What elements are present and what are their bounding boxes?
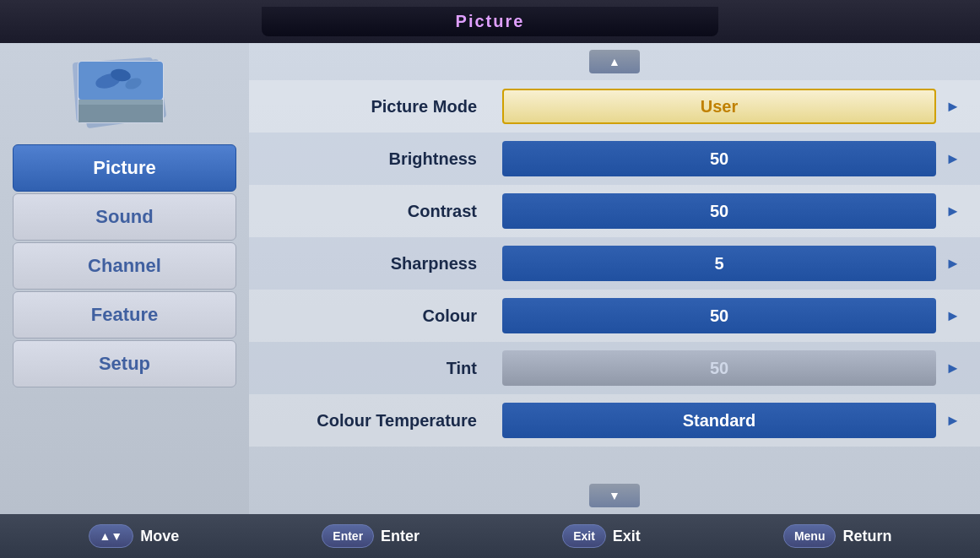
menu-button[interactable]: Menu xyxy=(783,524,837,548)
arrow-right-brightness[interactable]: ► xyxy=(943,149,963,169)
setting-label-brightness: Brightness xyxy=(266,149,502,169)
setting-label-colour-temperature: Colour Temperature xyxy=(266,411,502,431)
setting-value-container-picture-mode: User ► xyxy=(502,89,963,124)
setting-value-container-sharpness: 5 ► xyxy=(502,246,963,281)
setting-row-colour-temperature: Colour Temperature Standard ► xyxy=(249,394,980,447)
sidebar-item-sound[interactable]: Sound xyxy=(13,193,236,241)
arrow-right-sharpness[interactable]: ► xyxy=(943,253,963,274)
bottom-item-move: ▲▼ Move xyxy=(89,524,180,548)
setting-label-contrast: Contrast xyxy=(266,202,502,221)
setting-row-sharpness: Sharpness 5 ► xyxy=(249,237,980,290)
setting-row-colour: Colour 50 ► xyxy=(249,290,980,342)
arrow-right-colour-temperature[interactable]: ► xyxy=(943,410,963,431)
return-label: Return xyxy=(842,528,891,545)
setting-value-colour: 50 xyxy=(502,298,936,333)
setting-row-contrast: Contrast 50 ► xyxy=(249,185,980,237)
setting-row-picture-mode: Picture Mode User ► xyxy=(249,80,980,133)
exit-label: Exit xyxy=(613,528,641,545)
setting-row-brightness: Brightness 50 ► xyxy=(249,133,980,185)
sidebar-item-feature[interactable]: Feature xyxy=(13,291,236,339)
arrow-right-contrast[interactable]: ► xyxy=(943,201,963,221)
arrow-right-colour[interactable]: ► xyxy=(943,306,963,326)
sidebar: Picture Sound Channel Feature Setup xyxy=(0,43,249,514)
main-container: Picture Sound Channel Feature Setup ▲ xyxy=(0,43,980,514)
setting-value-tint: 50 xyxy=(502,350,936,386)
arrow-right-tint[interactable]: ► xyxy=(943,358,963,378)
setting-value-container-tint: 50 ► xyxy=(502,350,963,386)
sidebar-item-channel[interactable]: Channel xyxy=(13,242,236,290)
sidebar-nav: Picture Sound Channel Feature Setup xyxy=(0,144,249,387)
settings-list: Picture Mode User ► Brightness 50 ► Cont… xyxy=(249,80,980,477)
setting-label-picture-mode: Picture Mode xyxy=(266,97,502,116)
setting-value-container-brightness: 50 ► xyxy=(502,141,963,176)
setting-value-container-colour: 50 ► xyxy=(502,298,963,333)
svg-rect-8 xyxy=(79,100,163,105)
bottom-item-exit: Exit Exit xyxy=(562,524,641,548)
setting-value-container-contrast: 50 ► xyxy=(502,193,963,229)
enter-label: Enter xyxy=(381,528,420,545)
bottom-bar: ▲▼ Move Enter Enter Exit Exit Menu Retur… xyxy=(0,514,980,558)
setting-label-tint: Tint xyxy=(266,359,502,378)
move-button[interactable]: ▲▼ xyxy=(89,524,134,548)
exit-button[interactable]: Exit xyxy=(562,524,606,548)
title-bar: Picture xyxy=(0,0,980,43)
setting-label-sharpness: Sharpness xyxy=(266,254,502,274)
bottom-item-enter: Enter Enter xyxy=(322,524,420,548)
setting-value-brightness: 50 xyxy=(502,141,936,176)
scroll-up-button[interactable]: ▲ xyxy=(589,50,640,73)
scroll-down-button[interactable]: ▼ xyxy=(589,484,640,507)
sidebar-logo xyxy=(57,51,192,136)
setting-row-tint: Tint 50 ► xyxy=(249,342,980,394)
content-area: ▲ Picture Mode User ► Brightness 50 ► xyxy=(249,43,980,514)
setting-value-picture-mode: User xyxy=(502,89,936,124)
arrow-right-picture-mode[interactable]: ► xyxy=(943,96,963,116)
setting-value-colour-temperature: Standard xyxy=(502,403,936,438)
move-label: Move xyxy=(140,528,179,545)
page-title: Picture xyxy=(456,12,525,30)
sidebar-item-setup[interactable]: Setup xyxy=(13,340,236,387)
sidebar-item-picture[interactable]: Picture xyxy=(13,144,236,192)
setting-value-contrast: 50 xyxy=(502,193,936,229)
bottom-item-menu: Menu Return xyxy=(783,524,892,548)
scroll-bottom-container: ▼ xyxy=(249,477,980,514)
scroll-top-container: ▲ xyxy=(249,43,980,80)
setting-value-sharpness: 5 xyxy=(502,246,936,281)
enter-button[interactable]: Enter xyxy=(322,524,374,548)
setting-label-colour: Colour xyxy=(266,306,502,326)
setting-value-container-colour-temperature: Standard ► xyxy=(502,403,963,438)
